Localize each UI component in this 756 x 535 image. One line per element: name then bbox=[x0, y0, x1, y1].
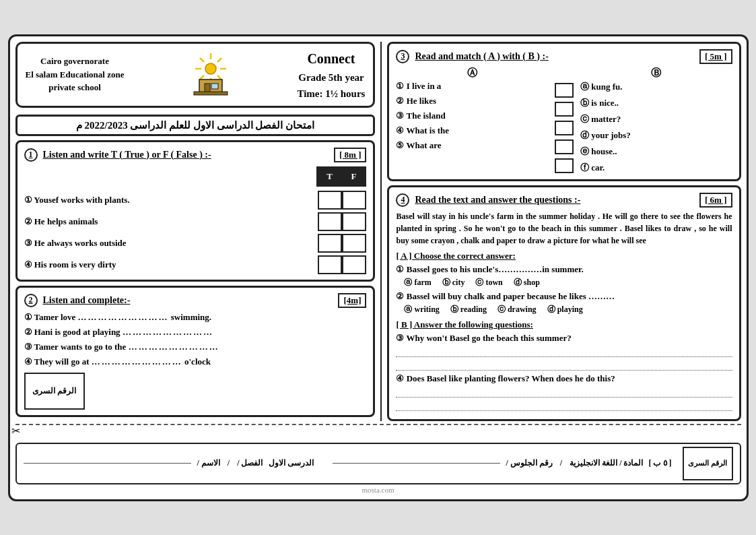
left-column: Cairo governorate El salam Educational z… bbox=[15, 42, 376, 421]
col-f: F bbox=[341, 167, 366, 186]
svg-line-6 bbox=[217, 75, 221, 80]
q2-text: ② Bassel will buy chalk and paper becaus… bbox=[396, 291, 732, 302]
watermark: mosta.com bbox=[15, 486, 741, 494]
right-column: 3 Read and match ( A ) with ( B ) :- [ 5… bbox=[380, 42, 741, 421]
list-item: ⑤ What are bbox=[396, 140, 548, 151]
list-item: ② He likes bbox=[396, 96, 548, 106]
school-logo bbox=[187, 50, 234, 97]
section3-label: Read and match ( A ) with ( B ) :- bbox=[415, 51, 548, 62]
list-item: ③ The island bbox=[396, 111, 548, 121]
read-text: Basel will stay in his uncle's farm in t… bbox=[396, 210, 732, 247]
connect-label: Connect bbox=[297, 48, 365, 69]
field2-line[interactable] bbox=[333, 463, 501, 464]
complete-item3: ③ Tamer wants to go to the ……………………… bbox=[24, 342, 367, 352]
q4-answer-line[interactable] bbox=[396, 387, 732, 398]
svg-line-5 bbox=[200, 58, 204, 62]
q1-opt-a: ⓐ farm bbox=[404, 277, 431, 288]
tf-table: T F bbox=[316, 166, 366, 187]
list-item: ④ What is the bbox=[396, 125, 548, 136]
q1-opt-b: ⓑ city bbox=[442, 277, 465, 288]
q3-answer-line[interactable] bbox=[396, 346, 732, 357]
match-col-a: Ⓐ ① I live in a ② He likes ③ The island … bbox=[396, 67, 548, 174]
time-label: Time: 1½ hours bbox=[297, 86, 365, 102]
q1-opt-d: ⓓ shop bbox=[514, 277, 540, 288]
q3-answer-line2[interactable] bbox=[396, 360, 732, 371]
bottom-strip: الرقم السرى [ ٥ ب ] المادة / اللغة الانج… bbox=[15, 443, 741, 484]
section1-box: 1 Listen and write T ( True ) or F ( Fal… bbox=[15, 140, 376, 282]
section3-num: 3 bbox=[396, 50, 409, 63]
list-item: ⓑ is nice.. bbox=[580, 97, 732, 109]
list-item: ⓕ car. bbox=[580, 162, 732, 174]
section4-label: Read the text and answer the questions :… bbox=[415, 195, 580, 206]
header: Cairo governorate El salam Educational z… bbox=[15, 42, 376, 108]
field1-line[interactable] bbox=[24, 463, 192, 464]
item2-text: ② He helps animals bbox=[24, 216, 318, 227]
q2-opt-c: ⓒ drawing bbox=[497, 304, 537, 315]
match-box-4[interactable] bbox=[555, 139, 574, 154]
list-item: ⓓ your jobs? bbox=[580, 129, 732, 141]
table-row: ④ His room is very dirty bbox=[24, 255, 367, 274]
match-container: Ⓐ ① I live in a ② He likes ③ The island … bbox=[396, 67, 732, 174]
section3-title: 3 Read and match ( A ) with ( B ) :- [ 5… bbox=[396, 49, 732, 64]
section1-marks: [ 8m ] bbox=[334, 148, 367, 162]
item4-t-box[interactable] bbox=[318, 255, 342, 274]
item1-f-box[interactable] bbox=[342, 191, 366, 210]
match-box-5[interactable] bbox=[555, 158, 574, 173]
match-box-3[interactable] bbox=[555, 121, 574, 135]
item3-f-box[interactable] bbox=[342, 234, 366, 253]
arabic-banner: امتحان الفصل الدراسى الاول للعلم الدراسى… bbox=[15, 115, 376, 136]
item2-f-box[interactable] bbox=[342, 212, 366, 231]
bottom-fields: [ ٥ ب ] المادة / اللغة الانجليزية / رقم … bbox=[24, 458, 672, 468]
match-box-1[interactable] bbox=[555, 83, 574, 98]
sub-b-title: [ B ] Answer the following questions: bbox=[396, 319, 732, 330]
item3-t-box[interactable] bbox=[318, 234, 342, 253]
table-row: ③ He always works outside bbox=[24, 234, 367, 253]
section4-title: 4 Read the text and answer the questions… bbox=[396, 193, 732, 208]
school-line3: private school bbox=[26, 81, 125, 94]
section3-marks: [ 5m ] bbox=[699, 49, 732, 64]
col-a-header: Ⓐ bbox=[396, 67, 548, 80]
logo-area bbox=[187, 50, 234, 100]
q2-opt-a: ⓐ writing bbox=[404, 304, 439, 315]
section4-marks: [ 6m ] bbox=[699, 193, 732, 208]
grade-label: Grade 5th year bbox=[297, 69, 365, 86]
item4-f-box[interactable] bbox=[342, 255, 366, 274]
school-line1: Cairo governorate bbox=[26, 55, 125, 68]
school-info: Cairo governorate El salam Educational z… bbox=[26, 55, 125, 94]
list-item: ⓔ house.. bbox=[580, 146, 732, 158]
field2-sub1: المادة / اللغة الانجليزية bbox=[570, 458, 643, 468]
match-right-items: ⓐ kung fu. ⓑ is nice.. ⓒ matter? ⓓ your … bbox=[580, 81, 732, 174]
item1-t-box[interactable] bbox=[318, 191, 342, 210]
svg-line-7 bbox=[217, 58, 221, 62]
scissor-line: ✂ bbox=[15, 424, 741, 437]
scissor-icon: ✂ bbox=[11, 424, 20, 437]
field1-label: الاسم / bbox=[197, 458, 219, 468]
q4-answer-line2[interactable] bbox=[396, 400, 732, 411]
section3-box: 3 Read and match ( A ) with ( B ) :- [ 5… bbox=[387, 42, 741, 181]
school-line2: El salam Educational zone bbox=[26, 68, 125, 82]
bottom-secret-box: الرقم السرى bbox=[683, 447, 733, 480]
match-boxes bbox=[555, 67, 574, 174]
bottom-row1: [ ٥ ب ] المادة / اللغة الانجليزية / رقم … bbox=[24, 458, 672, 468]
svg-line-8 bbox=[200, 75, 204, 80]
svg-rect-9 bbox=[199, 80, 222, 93]
secret-label: الرقم السرى bbox=[32, 386, 76, 396]
section1-title: 1 Listen and write T ( True ) or F ( Fal… bbox=[24, 148, 367, 162]
secret-number-box: الرقم السرى bbox=[24, 373, 85, 410]
match-box-2[interactable] bbox=[555, 102, 574, 117]
item2-t-box[interactable] bbox=[318, 212, 342, 231]
item4-text: ④ His room is very dirty bbox=[24, 259, 318, 270]
list-item: ① I live in a bbox=[396, 81, 548, 92]
field1-sub2: الدرسى الاول bbox=[269, 458, 314, 468]
q2-options: ⓐ writing ⓑ reading ⓒ drawing ⓓ playing bbox=[404, 304, 732, 315]
exam-title: Connect Grade 5th year Time: 1½ hours bbox=[297, 48, 365, 102]
complete-item2: ② Hani is good at playing ……………………… bbox=[24, 327, 367, 338]
field2-label: رقم الجلوس / bbox=[506, 458, 552, 468]
svg-point-0 bbox=[205, 63, 216, 74]
match-col-b: Ⓑ ⓐ kung fu. ⓑ is nice.. ⓒ matter? ⓓ you… bbox=[580, 67, 732, 174]
q1-text: ① Bassel goes to his uncle's……………in summ… bbox=[396, 264, 732, 275]
col-b-header: Ⓑ bbox=[580, 67, 732, 80]
q1-options: ⓐ farm ⓑ city ⓒ town ⓓ shop bbox=[404, 277, 732, 288]
section4-box: 4 Read the text and answer the questions… bbox=[387, 185, 741, 421]
list-item: ⓐ kung fu. bbox=[580, 81, 732, 93]
